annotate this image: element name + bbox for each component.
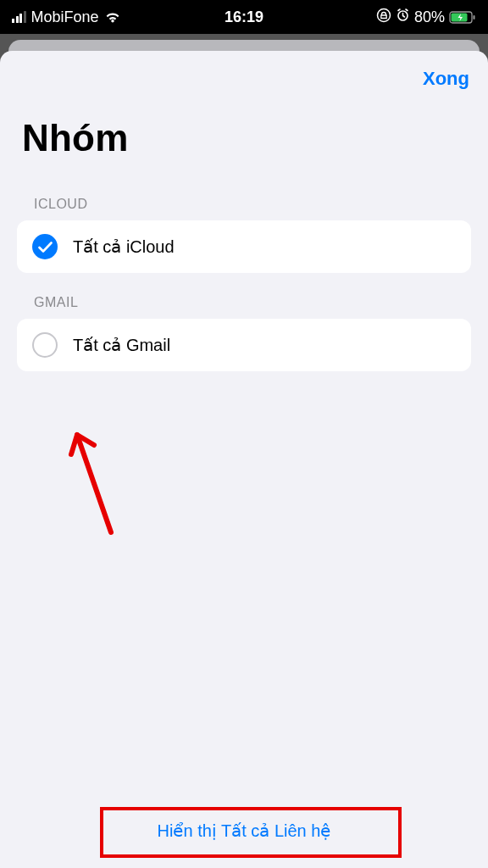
nav-bar: Xong [0, 51, 488, 90]
status-right: 80% [376, 8, 476, 27]
modal-sheet: Xong Nhóm ICLOUD Tất cả iCloud GMAIL Tất… [0, 51, 488, 868]
status-bar: MobiFone 16:19 80% [0, 0, 488, 34]
alarm-icon [396, 8, 410, 26]
wifi-icon [104, 11, 121, 24]
cellular-signal-icon [12, 11, 26, 23]
row-label: Tất cả iCloud [73, 236, 175, 257]
checkmark-circle-icon [32, 234, 58, 259]
spacer [0, 371, 488, 809]
orientation-lock-icon [376, 8, 391, 27]
page-title: Nhóm [0, 90, 488, 175]
section-header-icloud: ICLOUD [0, 175, 488, 220]
section-header-gmail: GMAIL [0, 273, 488, 319]
sheet-backdrop: Xong Nhóm ICLOUD Tất cả iCloud GMAIL Tất… [0, 34, 488, 868]
battery-icon [449, 11, 476, 24]
empty-circle-icon [32, 332, 58, 358]
show-all-contacts-button[interactable]: Hiển thị Tất cả Liên hệ [149, 809, 340, 853]
done-button[interactable]: Xong [423, 68, 469, 90]
carrier-label: MobiFone [31, 8, 99, 26]
clock-label: 16:19 [225, 8, 263, 26]
row-label: Tất cả Gmail [73, 335, 170, 355]
status-left: MobiFone [12, 8, 121, 26]
svg-rect-3 [474, 15, 475, 19]
battery-percent-label: 80% [414, 8, 445, 26]
group-row-icloud-all[interactable]: Tất cả iCloud [17, 220, 471, 273]
bottom-button-container: Hiển thị Tất cả Liên hệ [0, 809, 488, 868]
group-row-gmail-all[interactable]: Tất cả Gmail [17, 319, 471, 371]
